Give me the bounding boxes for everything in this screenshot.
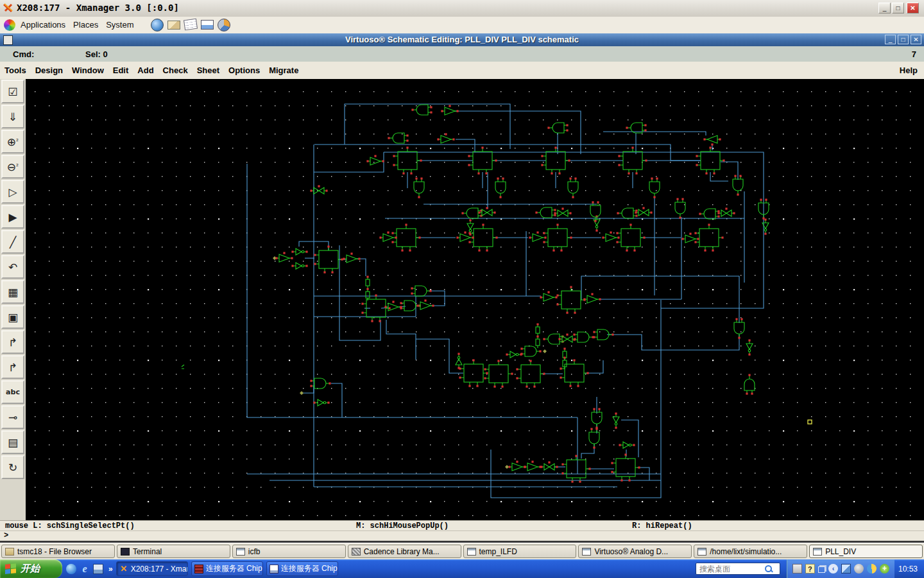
virtuoso-minimize-button[interactable]: _ xyxy=(885,35,896,44)
wire-name-button[interactable]: abc xyxy=(1,380,24,404)
mouse-left-binding: mouse L: schSingleSelectPt() xyxy=(5,521,135,530)
messenger-icon[interactable] xyxy=(867,564,877,574)
windows-taskbar: 开始 e » ✕X208:177 - Xmana...连接服务器 ChipL..… xyxy=(0,559,924,578)
taskbar-window-icfb[interactable]: icfb xyxy=(232,545,346,558)
menu-edit[interactable]: Edit xyxy=(108,62,133,75)
globe-launcher-icon[interactable] xyxy=(151,19,164,31)
document-server-icon xyxy=(270,565,278,574)
xmanager-close-button[interactable]: ✕ xyxy=(907,3,919,13)
undo-button[interactable]: ↶ xyxy=(1,255,24,279)
pin-button[interactable]: ⊸ xyxy=(1,405,24,429)
taskbar-window-label: Terminal xyxy=(133,547,162,556)
wire-narrow-button[interactable]: ↱ xyxy=(1,330,24,354)
cadence-icon xyxy=(352,548,361,556)
win-task-chip-server[interactable]: 连接服务器 ChipL... xyxy=(191,561,263,576)
desktop-icon[interactable] xyxy=(93,564,103,574)
win-task-label: 连接服务器 ChipL... xyxy=(206,563,263,574)
window-icon xyxy=(697,548,706,556)
menu-migrate[interactable]: Migrate xyxy=(264,62,303,75)
menu-tools[interactable]: Tools xyxy=(0,62,31,75)
win-task-label: 连接服务器 ChipL... xyxy=(281,563,338,574)
network-icon[interactable] xyxy=(841,564,851,574)
restore-icon[interactable] xyxy=(818,566,825,573)
taskbar-window-pll-div[interactable]: PLL_DIV xyxy=(809,545,923,558)
zoom-out-2x-button[interactable]: ⊖² xyxy=(1,155,24,179)
repeat-button[interactable]: ↻ xyxy=(1,455,24,479)
panel-menu-system[interactable]: System xyxy=(103,17,139,30)
chip-server-icon xyxy=(194,565,203,574)
help-icon[interactable]: ? xyxy=(805,564,815,574)
virtuoso-title: Virtuoso® Schematic Editing: PLL_DIV PLL… xyxy=(0,35,924,44)
menu-design[interactable]: Design xyxy=(31,62,67,75)
panel-menus: ApplicationsPlacesSystem xyxy=(18,17,139,30)
system-tray: ?‹+ xyxy=(787,559,894,578)
win-task-document-server[interactable]: 连接服务器 ChipL... xyxy=(266,561,338,576)
xmanager-maximize-button[interactable]: □ xyxy=(892,3,904,13)
xmanager-logo-icon xyxy=(3,3,13,13)
panel-menu-applications[interactable]: Applications xyxy=(18,17,71,30)
menu-help[interactable]: Help xyxy=(900,66,918,75)
instance-button[interactable]: ▣ xyxy=(1,305,24,329)
virtuoso-maximize-button[interactable]: □ xyxy=(898,35,909,44)
display-launcher-icon[interactable] xyxy=(201,20,214,30)
cli-prompt-line[interactable]: > xyxy=(0,530,924,541)
virtuoso-statusbar: mouse L: schSingleSelectPt() M: schHiMou… xyxy=(0,520,924,531)
property-button[interactable]: ▦ xyxy=(1,280,24,304)
antivirus-icon[interactable]: + xyxy=(880,564,889,574)
piechart-launcher-icon[interactable] xyxy=(218,19,230,31)
cmd-label: Cmd: xyxy=(13,49,34,59)
search-icon[interactable] xyxy=(765,565,772,572)
pending-counter: 7 xyxy=(912,49,916,59)
window-icon xyxy=(582,548,591,556)
menu-window[interactable]: Window xyxy=(67,62,108,75)
menu-sheet[interactable]: Sheet xyxy=(193,62,224,75)
copy-button[interactable]: ▶ xyxy=(1,205,24,229)
stretch-button[interactable]: ▷ xyxy=(1,180,24,204)
desktop-search-box[interactable] xyxy=(696,563,780,575)
gnome-menu-icon[interactable] xyxy=(4,19,15,31)
save-button[interactable]: ⇓ xyxy=(1,105,24,128)
win-task-xmanager[interactable]: ✕X208:177 - Xmana... xyxy=(116,561,188,576)
keyboard-icon[interactable] xyxy=(792,564,802,574)
taskbar-window-label: /home/lixt/simulatio... xyxy=(710,547,782,556)
xmanager-titlebar[interactable]: X208:177 - Xmanager 3.0 [:0.0] _ □ ✕ xyxy=(0,0,924,17)
mail-launcher-icon[interactable] xyxy=(167,21,180,30)
taskbar-window-temp-ilfd[interactable]: temp_ILFD xyxy=(463,545,577,558)
taskbar-window-tsmc18-file-browser[interactable]: tsmc18 - File Browser xyxy=(1,545,115,558)
win-task-label: X208:177 - Xmana... xyxy=(131,565,188,574)
taskbar-window--home-lixt-simulatio-[interactable]: /home/lixt/simulatio... xyxy=(694,545,807,558)
delete-button[interactable]: ╱ xyxy=(1,230,24,254)
panel-menu-places[interactable]: Places xyxy=(71,17,103,30)
wire-wide-button[interactable]: ↱ xyxy=(1,355,24,379)
collapse-chevron-icon[interactable]: ‹ xyxy=(828,564,838,574)
menu-add[interactable]: Add xyxy=(133,62,158,75)
desktop: X208:177 - Xmanager 3.0 [:0.0] _ □ ✕ App… xyxy=(0,0,924,578)
terminal-icon xyxy=(121,548,130,556)
note-button[interactable]: ▤ xyxy=(1,430,24,454)
check-save-button[interactable]: ☑ xyxy=(1,80,24,103)
notes-launcher-icon[interactable] xyxy=(184,19,198,31)
menu-check[interactable]: Check xyxy=(158,62,193,75)
audio-icon[interactable] xyxy=(854,564,864,574)
virtuoso-menubar: ToolsDesignWindowEditAddCheckSheetOption… xyxy=(0,62,924,80)
xmanager-minimize-button[interactable]: _ xyxy=(878,3,891,13)
taskbar-window-cadence-library-ma-[interactable]: Cadence Library Ma... xyxy=(348,545,461,558)
gnome-window-list: tsmc18 - File BrowserTerminalicfbCadence… xyxy=(0,543,924,559)
mouse-right-binding: R: hiRepeat() xyxy=(632,521,692,530)
taskbar-window-terminal[interactable]: Terminal xyxy=(117,545,230,558)
virtuoso-titlebar[interactable]: Virtuoso® Schematic Editing: PLL_DIV PLL… xyxy=(0,33,924,46)
search-input[interactable] xyxy=(698,564,765,574)
virtuoso-close-button[interactable]: ✕ xyxy=(911,35,921,44)
tray-clock: 10:53 xyxy=(898,565,918,574)
virtuoso-command-status-bar: Cmd: Sel: 0 7 xyxy=(0,46,924,62)
menu-options[interactable]: Options xyxy=(224,62,264,75)
start-button[interactable]: 开始 xyxy=(0,559,62,578)
ie-icon[interactable]: e xyxy=(80,564,90,574)
cli-prompt: > xyxy=(4,531,8,540)
quicklaunch-overflow-chevron[interactable]: » xyxy=(108,565,113,574)
windows-task-buttons: ✕X208:177 - Xmana...连接服务器 ChipL...连接服务器 … xyxy=(113,561,338,576)
outlook-icon[interactable] xyxy=(66,564,76,574)
taskbar-window-virtuoso-analog-d-[interactable]: Virtuoso® Analog D... xyxy=(578,545,692,558)
schematic-canvas[interactable] xyxy=(26,79,924,520)
zoom-in-2x-button[interactable]: ⊕² xyxy=(1,130,24,153)
